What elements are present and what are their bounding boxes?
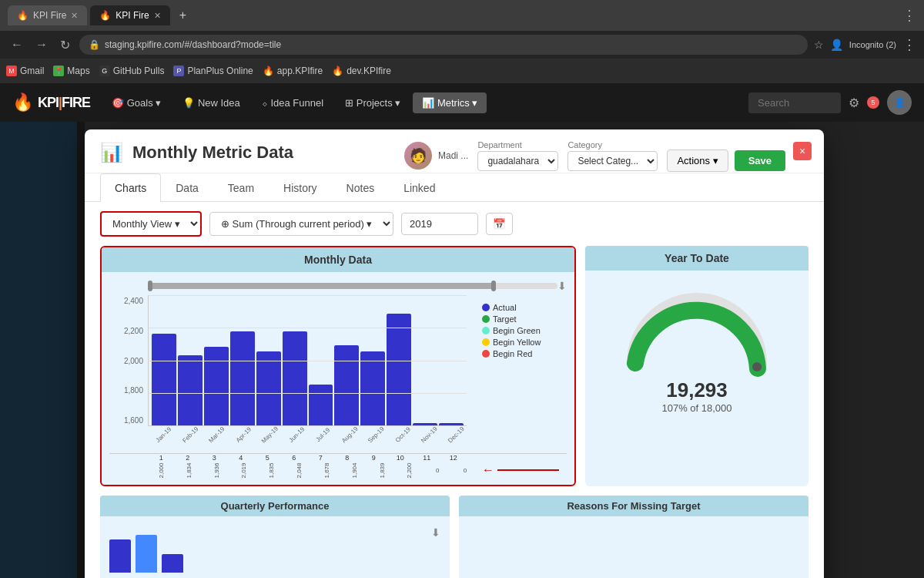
category-select[interactable]: Select Categ... xyxy=(567,151,658,171)
modal-close-button[interactable]: × xyxy=(793,142,812,160)
chart-legend: Actual Target Begin Green xyxy=(482,303,567,358)
dev-kpifire-icon: 🔥 xyxy=(332,66,343,76)
back-button[interactable]: ← xyxy=(8,35,26,55)
user-avatar[interactable]: 👤 xyxy=(887,90,912,115)
modal-title-icon: 📊 xyxy=(100,142,123,163)
calendar-button[interactable]: 📅 xyxy=(486,213,513,235)
x-label-jun: Jun-19 xyxy=(285,423,309,447)
charts-area: Monthly Data ⬇ xyxy=(85,246,824,496)
app-header: 🔥 KPI|FIRE 🎯 Goals ▾ 💡 New Idea ⬦ Idea F… xyxy=(0,83,924,122)
bar-feb xyxy=(178,355,203,425)
actions-button[interactable]: Actions ▾ xyxy=(667,150,728,172)
sum-select[interactable]: ⊕ Sum (Through current period) ▾ xyxy=(209,212,393,236)
browser-menu-icon[interactable]: ⋮ xyxy=(902,7,916,24)
nav-new-idea[interactable]: 💡 New Idea xyxy=(173,92,249,113)
gridline-4 xyxy=(149,393,467,394)
bookmark-planplus[interactable]: P PlanPlus Online xyxy=(173,66,253,76)
user-avatar-modal: 🧑 xyxy=(404,142,432,170)
reasons-chart: Reasons For Missing Target xyxy=(459,496,808,578)
data-val-11: 0 xyxy=(424,467,451,474)
bookmark-github[interactable]: G GitHub Pulls xyxy=(99,66,165,76)
legend-begin-green: Begin Green xyxy=(482,326,567,335)
new-tab-button[interactable]: + xyxy=(173,5,192,25)
legend-begin-yellow: Begin Yellow xyxy=(482,338,567,347)
bar-aug xyxy=(334,345,359,425)
extension-icon[interactable]: 👤 xyxy=(830,39,843,51)
x-label-jul: Jul-19 xyxy=(311,423,335,447)
app-logo: 🔥 KPI|FIRE xyxy=(12,92,90,113)
legend-target-dot xyxy=(482,315,490,323)
gridline-2 xyxy=(149,328,467,328)
bookmark-gmail[interactable]: M Gmail xyxy=(6,66,44,76)
forward-button[interactable]: → xyxy=(32,35,51,55)
legend-green-dot xyxy=(482,327,490,334)
bookmark-maps[interactable]: 📍 Maps xyxy=(53,66,89,76)
data-val-12: 0 xyxy=(451,467,479,474)
modal-actions: Actions ▾ Save xyxy=(667,150,785,172)
chrome-menu-icon[interactable]: ⋮ xyxy=(902,36,916,53)
settings-gear-icon[interactable]: ⚙ xyxy=(849,96,859,110)
main-chart-title: Monthly Data xyxy=(102,247,574,272)
bookmark-app-kpifire[interactable]: 🔥 app.KPIfire xyxy=(263,66,323,76)
data-val-1: 2,000 xyxy=(158,456,165,484)
tab-data[interactable]: Data xyxy=(161,173,213,202)
tab-linked[interactable]: Linked xyxy=(389,173,450,202)
chart-download-button[interactable]: ⬇ xyxy=(557,280,567,292)
legend-green-label: Begin Green xyxy=(493,326,541,335)
year-input[interactable] xyxy=(401,213,478,235)
tab-1-close[interactable]: ✕ xyxy=(71,11,78,21)
browser-tab-1[interactable]: 🔥 KPI Fire ✕ xyxy=(8,5,87,25)
quarterly-download-button[interactable]: ⬇ xyxy=(431,526,440,539)
bottom-charts: Quarterly Performance ⬇ Reasons For Mi xyxy=(85,496,824,578)
x-axis-labels: Jan-19 Feb-19 Mar-19 Apr-19 May-19 Jun-1… xyxy=(109,428,567,439)
notification-badge[interactable]: 5 xyxy=(867,96,879,109)
y-label-3: 2,000 xyxy=(109,357,143,365)
scrollbar-track xyxy=(148,283,557,289)
quarterly-bar-q1 xyxy=(109,539,131,573)
gauge-container xyxy=(620,286,774,371)
header-right: ⚙ 5 👤 xyxy=(748,90,912,115)
quarterly-bars: ⬇ xyxy=(106,523,444,576)
x-label-aug: Aug-19 xyxy=(338,423,362,447)
reload-button[interactable]: ↻ xyxy=(57,35,73,55)
user-name-label: Madi ... xyxy=(438,150,468,161)
data-num-5: 5 xyxy=(254,454,281,462)
chart-scrollbar[interactable]: ⬇ xyxy=(109,280,567,292)
save-button[interactable]: Save xyxy=(735,150,785,171)
data-num-12: 12 xyxy=(440,454,467,462)
tab-charts[interactable]: Charts xyxy=(100,173,161,202)
gauge-needle-tip xyxy=(752,362,762,371)
x-label-mar: Mar-19 xyxy=(205,423,229,447)
data-val-10: 2,200 xyxy=(407,456,413,484)
legend-red-dot xyxy=(482,350,490,358)
bar-may xyxy=(256,351,281,425)
view-select[interactable]: Monthly View ▾ xyxy=(100,211,202,237)
bookmark-dev-kpifire[interactable]: 🔥 dev.KPIfire xyxy=(332,66,391,76)
bar-mar xyxy=(204,347,229,425)
browser-tab-2[interactable]: 🔥 KPI Fire ✕ xyxy=(90,5,169,25)
nav-goals[interactable]: 🎯 Goals ▾ xyxy=(102,92,170,113)
department-select[interactable]: guadalahara xyxy=(477,151,558,171)
tab-history[interactable]: History xyxy=(269,173,332,202)
bookmark-star-icon[interactable]: ☆ xyxy=(814,39,824,51)
x-label-oct: Oct-19 xyxy=(391,423,415,447)
tab-notes[interactable]: Notes xyxy=(332,173,390,202)
bar-oct xyxy=(387,314,411,425)
global-search-input[interactable] xyxy=(748,92,841,113)
modal-tabs: Charts Data Team History Notes Linked xyxy=(85,173,824,202)
url-input[interactable]: 🔒 staging.kpifire.com/#/dashboard?mode=t… xyxy=(79,35,808,55)
bar-jul xyxy=(309,385,333,425)
nav-idea-funnel[interactable]: ⬦ Idea Funnel xyxy=(253,92,333,113)
chart-body: ⬇ 2,400 2,200 2,000 1,800 1,600 xyxy=(102,272,574,485)
quarterly-body: ⬇ xyxy=(100,516,450,578)
category-field: Category Select Categ... xyxy=(567,140,658,171)
quarterly-bar-q3 xyxy=(162,554,183,573)
modal-meta: 🧑 Madi ... Department guadalahara Catego… xyxy=(404,139,785,172)
tab-team[interactable]: Team xyxy=(213,173,269,202)
x-label-nov: Nov-19 xyxy=(417,423,441,447)
nav-metrics[interactable]: 📊 Metrics ▾ xyxy=(413,92,487,113)
data-val-3: 1,936 xyxy=(213,456,220,484)
data-row-values: 2,000 1,834 1,936 2,019 1,835 2,048 1,67… xyxy=(109,463,567,477)
tab-2-close[interactable]: ✕ xyxy=(154,11,161,21)
nav-projects[interactable]: ⊞ Projects ▾ xyxy=(336,92,410,113)
